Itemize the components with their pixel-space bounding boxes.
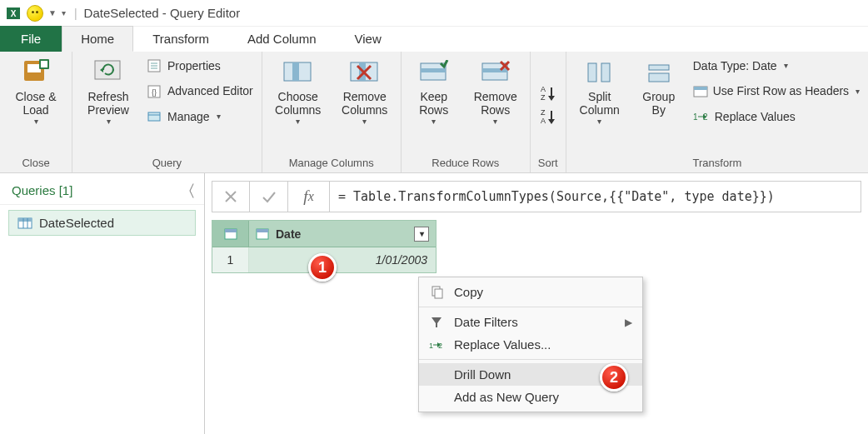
refresh-preview-label: Refresh Preview — [81, 90, 136, 117]
advanced-editor-icon: {} — [147, 85, 162, 98]
context-menu-replace-values-label: Replace Values... — [454, 337, 551, 352]
context-menu-replace-values[interactable]: 12 Replace Values... — [419, 333, 642, 356]
group-label-manage-columns: Manage Columns — [269, 155, 394, 171]
query-item-label: DateSelected — [39, 216, 114, 230]
sort-desc-icon: ZA — [537, 107, 559, 126]
formula-cancel-button[interactable] — [212, 181, 250, 212]
qat-dropdown-icon[interactable]: ▼ — [48, 8, 57, 17]
manage-label: Manage — [167, 107, 210, 126]
svg-rect-38 — [649, 65, 669, 70]
context-menu-add-new-query-label: Add as New Query — [454, 390, 559, 404]
table-corner-button[interactable] — [212, 221, 249, 247]
manage-button[interactable]: Manage ▾ — [146, 106, 255, 127]
properties-button[interactable]: Properties — [146, 55, 255, 77]
formula-input[interactable] — [330, 181, 861, 212]
menu-separator — [419, 307, 642, 307]
ribbon-group-close: Close & Load ▾ Close — [0, 52, 72, 172]
use-first-row-headers-button[interactable]: Use First Row as Headers ▾ — [691, 80, 861, 102]
keep-rows-icon — [418, 57, 450, 88]
svg-text:{}: {} — [152, 88, 157, 97]
sort-asc-button[interactable]: AZ — [537, 84, 559, 102]
cell-date[interactable]: 1/01/2003 — [249, 247, 436, 272]
chevron-down-icon: ▾ — [362, 117, 367, 127]
svg-marker-35 — [548, 119, 555, 124]
queries-header: Queries [1] 〈 — [0, 173, 204, 205]
choose-columns-icon — [282, 57, 314, 88]
ribbon-group-query: Refresh Preview ▾ Properties {} Advanced… — [72, 52, 262, 172]
remove-rows-label: Remove Rows — [470, 90, 521, 117]
refresh-preview-button[interactable]: Refresh Preview ▾ — [79, 55, 137, 128]
tab-add-column[interactable]: Add Column — [228, 26, 336, 52]
close-and-load-icon — [20, 57, 52, 88]
choose-columns-label: Choose Columns — [271, 90, 326, 117]
keep-rows-button[interactable]: Keep Rows ▾ — [408, 55, 460, 128]
sort-desc-button[interactable]: ZA — [537, 107, 559, 126]
advanced-editor-button[interactable]: {} Advanced Editor — [146, 80, 255, 102]
choose-columns-button[interactable]: Choose Columns ▾ — [269, 55, 327, 128]
ribbon: Close & Load ▾ Close Refresh Preview ▾ P… — [0, 52, 868, 173]
row-number: 1 — [212, 247, 249, 272]
tab-view[interactable]: View — [336, 26, 401, 52]
collapse-pane-icon[interactable]: 〈 — [189, 182, 194, 199]
replace-values-icon: 12 — [693, 111, 710, 122]
close-and-load-button[interactable]: Close & Load ▾ — [7, 55, 65, 128]
tab-transform[interactable]: Transform — [133, 26, 228, 52]
sort-asc-icon: AZ — [537, 84, 559, 102]
chevron-down-icon: ▾ — [784, 59, 788, 72]
data-type-button[interactable]: Data Type: Date ▾ — [691, 55, 861, 77]
group-by-icon — [643, 57, 675, 88]
queries-header-label: Queries [1] — [12, 183, 72, 197]
split-column-button[interactable]: Split Column ▾ — [573, 55, 626, 128]
svg-rect-23 — [421, 68, 446, 72]
formula-bar: fx — [212, 180, 861, 213]
smiley-icon[interactable] — [27, 5, 43, 22]
column-header-date[interactable]: Date ▾ — [249, 221, 436, 247]
remove-rows-button[interactable]: Remove Rows ▾ — [468, 55, 523, 128]
refresh-icon — [92, 57, 124, 88]
ribbon-group-transform: Split Column ▾ Group By Data Type: Date … — [566, 52, 868, 172]
chevron-down-icon: ▾ — [296, 117, 300, 127]
context-menu-date-filters[interactable]: Date Filters ▶ — [419, 311, 642, 333]
group-label-close: Close — [7, 155, 65, 171]
svg-rect-6 — [95, 61, 120, 79]
title-bar: X ▼ ▾ | DateSelected - Query Editor — [0, 0, 868, 27]
chevron-down-icon: ▾ — [597, 117, 601, 127]
use-first-row-headers-label: Use First Row as Headers — [713, 82, 849, 100]
chevron-down-icon: ▾ — [432, 117, 436, 127]
properties-icon — [147, 59, 162, 72]
svg-rect-39 — [649, 73, 669, 82]
svg-rect-17 — [292, 62, 299, 81]
remove-columns-button[interactable]: Remove Columns ▾ — [336, 55, 394, 128]
menu-separator — [419, 359, 642, 360]
callout-2: 2 — [600, 363, 628, 392]
svg-text:A: A — [541, 85, 546, 93]
queries-pane: Queries [1] 〈 DateSelected — [0, 173, 205, 434]
fx-icon[interactable]: fx — [288, 181, 330, 212]
tab-home[interactable]: Home — [62, 26, 133, 52]
headers-icon — [693, 86, 708, 97]
qat-overflow-icon[interactable]: ▾ — [62, 8, 66, 17]
group-by-label: Group By — [636, 90, 681, 117]
replace-values-button[interactable]: 12 Replace Values — [691, 106, 861, 127]
table-icon — [17, 217, 32, 229]
query-item-dateselected[interactable]: DateSelected — [8, 210, 196, 236]
svg-text:1: 1 — [429, 342, 433, 350]
context-menu: Copy Date Filters ▶ 12 Replace Values...… — [418, 277, 643, 412]
context-menu-copy[interactable]: Copy — [419, 281, 642, 303]
excel-icon: X — [5, 5, 22, 22]
ribbon-group-manage-columns: Choose Columns ▾ Remove Columns ▾ Manage… — [262, 52, 402, 172]
group-by-button[interactable]: Group By — [635, 55, 683, 118]
column-filter-button[interactable]: ▾ — [414, 227, 429, 242]
tab-file[interactable]: File — [0, 26, 62, 52]
svg-rect-5 — [41, 61, 47, 67]
context-menu-date-filters-label: Date Filters — [454, 315, 518, 329]
svg-marker-57 — [432, 317, 441, 327]
svg-marker-31 — [548, 96, 555, 101]
group-label-reduce-rows: Reduce Rows — [408, 155, 523, 171]
svg-text:X: X — [11, 9, 17, 18]
svg-rect-25 — [482, 68, 507, 72]
remove-rows-icon — [480, 57, 511, 88]
formula-confirm-button[interactable] — [250, 181, 288, 212]
chevron-down-icon: ▾ — [856, 85, 860, 98]
column-type-icon — [256, 228, 269, 240]
